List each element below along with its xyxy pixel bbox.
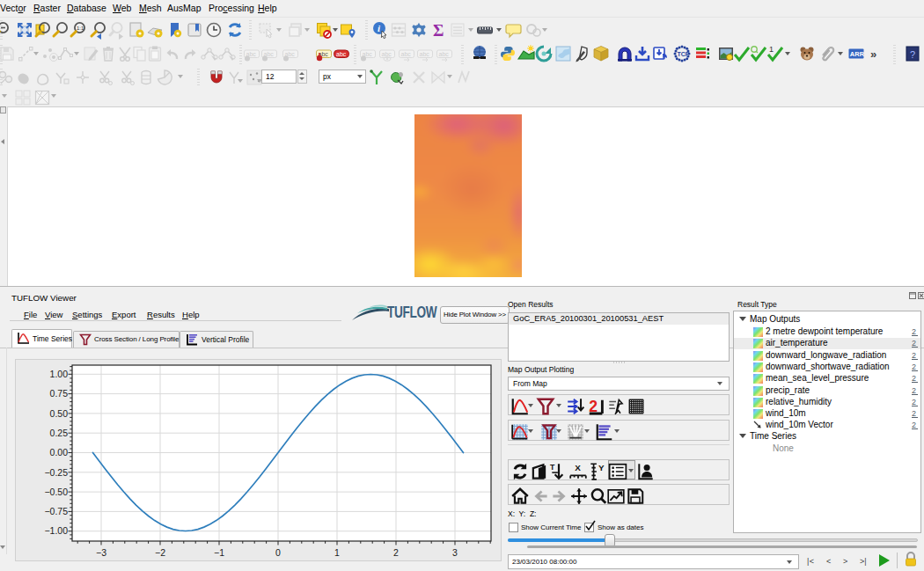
- svg-text:3: 3: [452, 547, 458, 558]
- svg-text:−2: −2: [155, 547, 165, 558]
- svg-text:2: 2: [912, 362, 916, 371]
- svg-text:0: 0: [275, 547, 281, 558]
- svg-text:?: ?: [910, 49, 915, 60]
- svg-text:Y: Y: [598, 463, 605, 472]
- svg-text:−1.00: −1.00: [44, 525, 68, 536]
- svg-text:abc: abc: [336, 51, 347, 57]
- svg-text:2: 2: [912, 351, 916, 360]
- svg-text:2: 2: [912, 386, 916, 395]
- svg-text:1.00: 1.00: [50, 369, 69, 379]
- svg-text:2: 2: [912, 421, 916, 429]
- svg-text:−0.25: −0.25: [44, 467, 68, 478]
- svg-text:ARR: ARR: [850, 50, 865, 58]
- svg-text:X: X: [575, 463, 581, 472]
- svg-text:2: 2: [912, 327, 916, 336]
- svg-text:T: T: [550, 463, 555, 472]
- svg-text:1: 1: [334, 547, 340, 558]
- svg-text:abc: abc: [382, 51, 392, 57]
- svg-text:−0.75: −0.75: [44, 506, 68, 516]
- svg-text:0.50: 0.50: [50, 408, 69, 419]
- svg-text:2: 2: [912, 398, 916, 406]
- svg-text:2: 2: [912, 409, 916, 418]
- svg-text:»: »: [870, 48, 876, 61]
- svg-text:Σ: Σ: [433, 21, 444, 40]
- svg-text:TUFLOW: TUFLOW: [387, 304, 437, 321]
- svg-text:−3: −3: [96, 547, 106, 558]
- svg-text:TCF: TCF: [678, 51, 690, 57]
- svg-text:1:1: 1:1: [77, 26, 84, 31]
- svg-text:0.75: 0.75: [50, 388, 69, 399]
- svg-text:−1: −1: [214, 547, 224, 558]
- svg-text:abc: abc: [439, 51, 450, 57]
- svg-text:2: 2: [912, 374, 916, 383]
- svg-text:abc: abc: [420, 51, 430, 57]
- svg-text:0.00: 0.00: [50, 447, 69, 458]
- svg-text:0.25: 0.25: [50, 428, 69, 438]
- svg-text:2: 2: [912, 339, 916, 348]
- svg-text:2: 2: [393, 547, 399, 558]
- svg-text:−0.50: −0.50: [44, 487, 68, 497]
- svg-text:1: 1: [769, 45, 774, 54]
- svg-text:abc: abc: [401, 51, 412, 57]
